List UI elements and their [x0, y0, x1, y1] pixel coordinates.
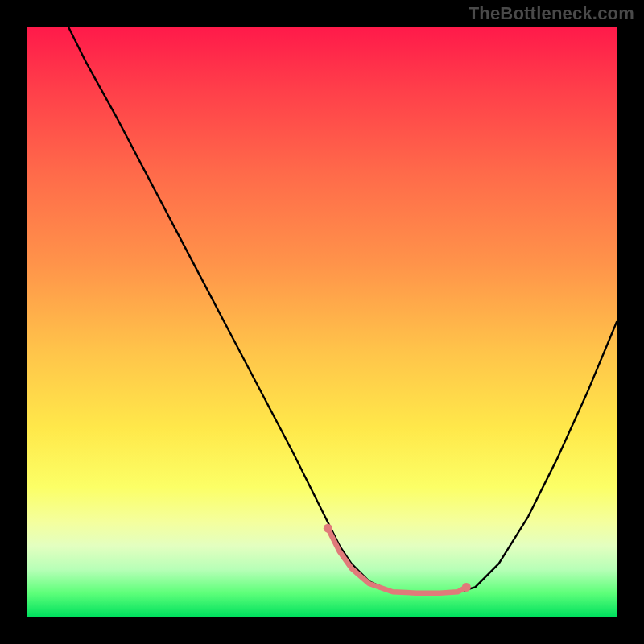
marker-end: [462, 583, 471, 592]
series-curve: [68, 27, 617, 593]
marker-start: [324, 524, 332, 533]
plot-area: [27, 27, 617, 617]
plot-svg: [27, 27, 617, 617]
chart-frame: TheBottleneck.com: [0, 0, 644, 644]
series-optimal-highlight: [328, 528, 466, 593]
watermark-text: TheBottleneck.com: [469, 3, 634, 24]
